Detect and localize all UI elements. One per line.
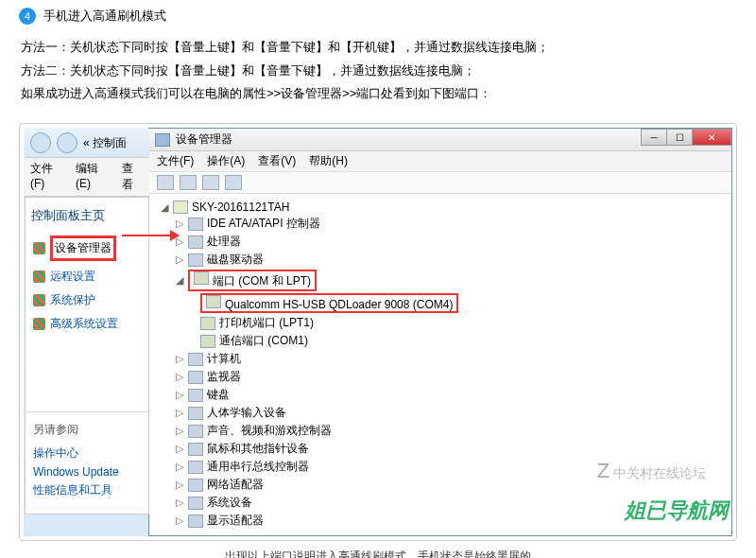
device-tree[interactable]: ◢SKY-20161121TAH ▷IDE ATA/ATAPI 控制器 ▷处理器… (149, 194, 731, 535)
cp-link-perf[interactable]: 性能信息和工具 (33, 480, 141, 500)
caption: 出现以上端口说明进入高通线刷模式，手机状态是始终黑屏的 (19, 541, 737, 558)
tree-node[interactable]: ▷监视器 (161, 368, 731, 386)
expand-icon[interactable]: ▷ (176, 425, 186, 437)
shield-icon (33, 294, 45, 306)
cp-link-protect[interactable]: 系统保护 (31, 288, 143, 312)
expand-icon[interactable]: ▷ (176, 407, 186, 419)
expand-icon[interactable]: ▷ (176, 253, 186, 266)
menu-file[interactable]: 文件(F) (157, 153, 194, 169)
expand-icon[interactable]: ▷ (176, 514, 186, 527)
collapse-icon[interactable]: ◢ (176, 274, 186, 287)
cp-link-remote[interactable]: 远程设置 (31, 265, 143, 288)
cp-see-also: 另请参阅 操作中心 Windows Update 性能信息和工具 (26, 411, 148, 504)
close-button[interactable]: ✕ (692, 129, 731, 146)
devmgr-toolbar (149, 172, 731, 194)
port-icon (206, 295, 221, 308)
instructions-block: 方法一：关机状态下同时按【音量上键】和【音量下键】和【开机键】，并通过数据线连接… (21, 36, 737, 106)
devmgr-icon (155, 133, 170, 147)
tree-node-ports[interactable]: ◢端口 (COM 和 LPT) (161, 269, 731, 292)
menu-view[interactable]: 查看 (122, 161, 144, 193)
tree-label: 通信端口 (COM1) (219, 333, 308, 349)
window-title: 设备管理器 (176, 131, 232, 148)
instruction-line: 方法二：关机状态下同时按【音量上键】和【音量下键】，并通过数据线连接电脑； (21, 60, 737, 83)
tree-node[interactable]: ▷键盘 (161, 386, 731, 404)
toolbar-icon[interactable] (202, 175, 219, 190)
forward-arrow-icon[interactable] (57, 132, 77, 153)
toolbar-icon[interactable] (225, 175, 242, 190)
port-icon (200, 335, 215, 348)
tree-label: 计算机 (207, 351, 241, 367)
device-icon (188, 479, 203, 492)
tree-node[interactable]: ▷人体学输入设备 (161, 404, 731, 422)
device-icon (188, 425, 203, 438)
cp-see-also-heading: 另请参阅 (33, 422, 141, 438)
cp-menubar: 文件(F) 编辑(E) 查看 (25, 157, 149, 197)
cp-link-label: 高级系统设置 (50, 316, 118, 332)
step-title: 手机进入高通刷机模式 (43, 8, 166, 25)
red-highlight-qualcomm: Qualcomm HS-USB QDLoader 9008 (COM4) (200, 293, 458, 313)
tree-node[interactable]: ▷磁盘驱动器 (161, 251, 731, 269)
device-icon (188, 514, 203, 528)
tree-node[interactable]: ▷声音、视频和游戏控制器 (161, 422, 731, 440)
cp-body: 控制面板主页 设备管理器 远程设置 系统保护 高级系统设置 另请参阅 操作中心 … (25, 197, 149, 514)
device-icon (188, 353, 203, 366)
expand-icon[interactable]: ▷ (176, 461, 186, 473)
tree-node[interactable]: 通信端口 (COM1) (161, 332, 731, 350)
cp-link-devmgr-label: 设备管理器 (50, 235, 116, 261)
titlebar: 设备管理器 ─ ☐ ✕ (149, 129, 731, 151)
tree-node[interactable]: ▷IDE ATA/ATAPI 控制器 (161, 215, 731, 233)
devmgr-menubar: 文件(F) 操作(A) 查看(V) 帮助(H) (149, 151, 731, 172)
cp-link-label: 远程设置 (50, 269, 95, 285)
device-icon (188, 407, 203, 420)
back-arrow-icon[interactable] (30, 132, 51, 153)
tree-node[interactable]: ▷鼠标和其他指针设备 (161, 440, 731, 458)
computer-icon (173, 201, 188, 214)
menu-help[interactable]: 帮助(H) (309, 153, 348, 169)
menu-action[interactable]: 操作(A) (207, 153, 245, 169)
tree-label: 打印机端口 (LPT1) (219, 315, 314, 331)
collapse-icon[interactable]: ◢ (161, 201, 171, 214)
screenshot-frame: « 控制面 文件(F) 编辑(E) 查看 控制面板主页 设备管理器 远程设置 系… (19, 123, 737, 541)
tree-label: 显示适配器 (207, 513, 264, 529)
tree-label: 端口 (COM 和 LPT) (213, 274, 311, 288)
expand-icon[interactable]: ▷ (176, 218, 186, 230)
device-icon (188, 253, 203, 267)
expand-icon[interactable]: ▷ (176, 371, 186, 383)
device-icon (188, 497, 203, 510)
maximize-button[interactable]: ☐ (666, 129, 693, 146)
expand-icon[interactable]: ▷ (176, 389, 186, 401)
menu-file[interactable]: 文件(F) (30, 161, 66, 193)
toolbar-icon[interactable] (157, 175, 174, 190)
tree-root[interactable]: ◢SKY-20161121TAH (161, 200, 731, 215)
device-icon (188, 235, 203, 249)
expand-icon[interactable]: ▷ (176, 353, 186, 365)
window-buttons: ─ ☐ ✕ (642, 129, 731, 146)
expand-icon[interactable]: ▷ (176, 479, 186, 491)
expand-icon[interactable]: ▷ (176, 497, 186, 509)
expand-icon[interactable]: ▷ (176, 443, 186, 455)
cp-link-advanced[interactable]: 高级系统设置 (31, 312, 143, 336)
tree-node[interactable]: ▷计算机 (161, 350, 731, 368)
watermark-zol: Z 中关村在线论坛 (597, 459, 706, 483)
cp-link-wu[interactable]: Windows Update (33, 463, 141, 480)
watermark-z-icon: Z (597, 459, 610, 482)
toolbar-icon[interactable] (180, 175, 197, 190)
breadcrumb[interactable]: « 控制面 (83, 135, 127, 151)
tree-node[interactable]: 打印机端口 (LPT1) (161, 314, 731, 332)
cp-link-label: 系统保护 (50, 292, 95, 308)
tree-label: Qualcomm HS-USB QDLoader 9008 (COM4) (225, 298, 453, 311)
tree-label: SKY-20161121TAH (192, 201, 289, 214)
tree-label: 人体学输入设备 (207, 405, 286, 421)
device-icon (188, 461, 203, 474)
port-icon (194, 271, 209, 285)
cp-nav-header: « 控制面 (25, 129, 149, 157)
tree-node-qualcomm[interactable]: Qualcomm HS-USB QDLoader 9008 (COM4) (161, 292, 731, 314)
step-header: 4 手机进入高通刷机模式 (19, 8, 737, 25)
cp-link-devmgr[interactable]: 设备管理器 (31, 232, 143, 265)
menu-edit[interactable]: 编辑(E) (76, 161, 112, 193)
menu-view[interactable]: 查看(V) (258, 153, 296, 169)
minimize-button[interactable]: ─ (641, 129, 667, 146)
tree-label: 网络适配器 (207, 477, 264, 493)
tree-node[interactable]: ▷处理器 (161, 233, 731, 251)
cp-link-action[interactable]: 操作中心 (33, 444, 141, 463)
